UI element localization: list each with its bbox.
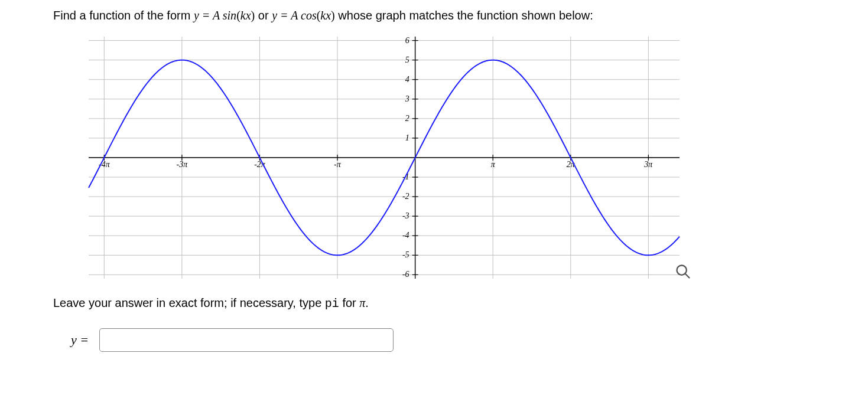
- svg-text:3π: 3π: [643, 160, 653, 169]
- svg-text:-π: -π: [334, 160, 342, 169]
- svg-text:2: 2: [405, 114, 409, 123]
- svg-text:3: 3: [405, 94, 409, 103]
- answer-label: y =: [71, 332, 89, 348]
- svg-text:π: π: [491, 160, 496, 169]
- answer-row: y =: [71, 328, 815, 352]
- svg-text:-6: -6: [402, 270, 409, 279]
- question-text: Find a function of the form y = A sin(kx…: [53, 6, 815, 25]
- chart-area: -4π-3π-2π-ππ2π3π-6-5-4-3-2-1123456: [83, 31, 685, 285]
- svg-line-62: [685, 274, 690, 278]
- svg-text:-4: -4: [402, 231, 409, 240]
- svg-text:6: 6: [405, 36, 409, 45]
- answer-input[interactable]: [99, 328, 394, 352]
- svg-text:4: 4: [405, 75, 409, 84]
- magnify-icon[interactable]: [675, 263, 691, 280]
- svg-text:5: 5: [405, 55, 409, 64]
- instruction-text: Leave your answer in exact form; if nece…: [53, 296, 815, 311]
- svg-text:-3π: -3π: [177, 160, 188, 169]
- svg-text:-2: -2: [402, 192, 409, 201]
- svg-text:-3: -3: [402, 211, 409, 220]
- svg-text:1: 1: [405, 133, 409, 142]
- svg-text:-5: -5: [402, 250, 409, 259]
- svg-text:-2π: -2π: [254, 160, 266, 169]
- function-graph: -4π-3π-2π-ππ2π3π-6-5-4-3-2-1123456: [83, 31, 685, 285]
